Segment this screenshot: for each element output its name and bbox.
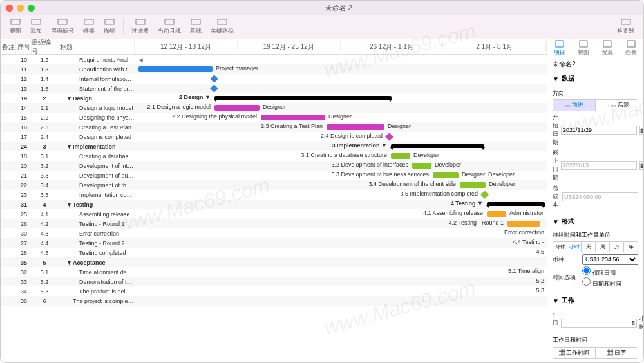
timeline-header: 12 12月 - 18 12月19 12月 - 25 12月26 12月 - 1… xyxy=(135,39,547,54)
gantt-cell[interactable]: 4.4 Testing - xyxy=(135,238,547,248)
task-row[interactable]: 121.4Internal formulation of the problem… xyxy=(1,74,547,84)
unit-2[interactable]: 天 xyxy=(582,242,596,252)
unit-1[interactable]: 小时 xyxy=(567,242,582,252)
seq-cell: 23 xyxy=(16,192,32,198)
task-row[interactable]: 274.4Testing - Round 24.4 Testing - xyxy=(1,238,547,248)
toolbar-unlink[interactable]: 撤销 xyxy=(100,17,119,37)
unit-5[interactable]: 年 xyxy=(624,242,638,252)
inspector-tab-tasks[interactable]: 任务 xyxy=(620,39,643,57)
date-only-radio[interactable] xyxy=(582,266,591,275)
task-row[interactable]: 192▼Design2 Design ▼ xyxy=(1,93,547,103)
task-row[interactable]: 183.1Creating a database structure3.1 Cr… xyxy=(1,151,547,161)
gantt-cell[interactable]: 4.1 Assembling releaseAdministrator xyxy=(135,209,547,219)
maximize-icon[interactable] xyxy=(28,5,35,12)
unit-4[interactable]: 月 xyxy=(610,242,624,252)
unit-0[interactable]: 分钟 xyxy=(553,242,567,252)
gantt-cell[interactable] xyxy=(135,296,547,306)
gantt-cell[interactable]: 2.3 Creating a Test PlanDesigner xyxy=(135,122,547,132)
gantt-cell[interactable]: 4.5 xyxy=(135,248,547,257)
task-row[interactable]: 366The project is completed xyxy=(1,296,547,306)
toolbar-warnings[interactable]: 当前月线 xyxy=(154,17,185,37)
direction-toggle[interactable]: ▭前进 →▭后退 xyxy=(553,99,638,111)
col-level[interactable]: 层级编号 xyxy=(32,39,57,54)
gantt-cell[interactable] xyxy=(135,257,547,267)
col-title[interactable]: 标题 xyxy=(57,39,135,54)
task-row[interactable]: 142.1Design a logic model2.1 Design a lo… xyxy=(1,103,547,113)
gantt-cell[interactable] xyxy=(135,74,547,84)
task-row[interactable]: 213.3Development of business services3.3… xyxy=(1,171,547,180)
workday-toggle[interactable]: ▦ 工作时间 ▦ 日历 xyxy=(553,347,638,359)
col-memo[interactable]: 备注 xyxy=(1,39,16,54)
section-data[interactable]: ▼ 数据 xyxy=(547,71,643,86)
task-row[interactable]: 304.3Error correctionError correction xyxy=(1,228,547,238)
gantt-cell[interactable]: 5.1 Time align xyxy=(135,267,547,277)
toolbar-view[interactable]: 视图 xyxy=(6,17,25,37)
calendar-icon[interactable]: ▦ xyxy=(639,161,643,170)
gantt-cell[interactable]: 4 Testing ▼ xyxy=(135,200,547,209)
calendar-icon[interactable]: ▦ xyxy=(639,126,643,135)
task-row[interactable]: 335.2Demonstration of the customer5.2 xyxy=(1,277,547,286)
minimize-icon[interactable] xyxy=(17,5,24,12)
gantt-cell[interactable]: 3.2 Development of interfacesDeveloper xyxy=(135,161,547,171)
task-row[interactable]: 223.4Development of the client side3.4 D… xyxy=(1,180,547,190)
level-cell: 3.3 xyxy=(32,172,57,179)
start-date-input[interactable] xyxy=(561,126,637,135)
toolbar-baseline[interactable]: 基线 xyxy=(186,17,205,37)
inspector-tab-project[interactable]: 项目 xyxy=(547,39,571,57)
task-row[interactable]: 355▼Acceptance xyxy=(1,257,547,267)
toolbar-add[interactable]: 添加 xyxy=(26,17,46,37)
inspector-tab-resources[interactable]: 资源 xyxy=(596,39,620,57)
task-row[interactable]: 101.2Requirements Analysis◀— xyxy=(1,55,547,64)
task-row[interactable]: 264.2Testing - Round 14.2 Testing - Roun… xyxy=(1,219,547,228)
gantt-cell[interactable]: 5.3 xyxy=(135,286,547,296)
gantt-cell[interactable] xyxy=(135,84,547,93)
task-row[interactable]: 152.2Designing the physical model2.2 Des… xyxy=(1,113,547,122)
task-row[interactable]: 172.4Design is completed2.4 Design is co… xyxy=(1,132,547,142)
gantt-cell[interactable]: 3.1 Creating a database structureDevelop… xyxy=(135,151,547,161)
level-cell: 5.1 xyxy=(32,269,57,275)
seq-cell: 13 xyxy=(16,86,32,92)
task-row[interactable]: 254.1Assembling release4.1 Assembling re… xyxy=(1,209,547,219)
toolbar-critical[interactable]: 关键路径 xyxy=(207,17,238,37)
title-cell: The product is delivered to the custom xyxy=(57,288,135,295)
gantt-cell[interactable]: 4.2 Testing - Round 1 xyxy=(135,219,547,228)
toolbar-hierarchy[interactable]: 层级编号 xyxy=(47,17,78,37)
task-row[interactable]: 203.2Development of interfaces3.2 Develo… xyxy=(1,161,547,171)
gantt-cell[interactable]: 3 Implementation ▼ xyxy=(135,142,547,151)
task-row[interactable]: 243▼Implementation3 Implementation ▼ xyxy=(1,142,547,151)
toolbar-filter[interactable]: 过滤器 xyxy=(128,17,153,37)
inspector-tab-view[interactable]: 视图 xyxy=(571,39,595,57)
gantt-cell[interactable]: 5.2 xyxy=(135,277,547,286)
gantt-cell[interactable]: ◀— xyxy=(135,55,547,64)
title-cell: Creating a database structure xyxy=(57,153,135,160)
currency-select[interactable]: US$1 234.56 xyxy=(582,254,638,265)
task-row[interactable]: 325.1Time alignment demonstration5.1 Tim… xyxy=(1,267,547,277)
gantt-cell[interactable]: 2 Design ▼ xyxy=(135,93,547,103)
col-seq[interactable]: 序号 xyxy=(16,39,32,54)
task-row[interactable]: 233.5Implementation completed3.5 Impleme… xyxy=(1,190,547,200)
end-date-input[interactable] xyxy=(561,161,637,170)
task-row[interactable]: 345.3The product is delivered to the cus… xyxy=(1,286,547,296)
task-row[interactable]: 284.5Testing completed4.5 xyxy=(1,248,547,257)
section-work[interactable]: ▼ 工作 xyxy=(547,293,643,308)
task-row[interactable]: 111.3Coordination with the customerProje… xyxy=(1,64,547,74)
task-row[interactable]: 314▼Testing4 Testing ▼ xyxy=(1,200,547,209)
day-hours-input[interactable] xyxy=(561,319,637,328)
gantt-cell[interactable]: 2.1 Design a logic modelDesigner xyxy=(135,103,547,113)
unit-selector[interactable]: 分钟小时天周月年 xyxy=(553,241,638,252)
task-row[interactable]: 131.5Statement of the problem is complet… xyxy=(1,84,547,93)
gantt-cell[interactable]: 2.2 Designing the physical modelDesigner xyxy=(135,113,547,122)
gantt-cell[interactable]: 3.5 Implementation completed xyxy=(135,190,547,200)
toolbar-link[interactable]: 链接 xyxy=(79,17,99,37)
task-row[interactable]: 162.3Creating a Test Plan2.3 Creating a … xyxy=(1,122,547,132)
section-format[interactable]: ▼ 格式 xyxy=(547,214,643,228)
toolbar-inspector[interactable]: 检查器 xyxy=(613,17,638,37)
date-time-radio[interactable] xyxy=(582,277,591,286)
close-icon[interactable] xyxy=(6,5,13,12)
unit-3[interactable]: 周 xyxy=(596,242,610,252)
gantt-cell[interactable]: Project manager xyxy=(135,64,547,74)
gantt-cell[interactable]: 3.3 Development of business servicesDesi… xyxy=(135,171,547,180)
gantt-cell[interactable]: 3.4 Development of the client sideDevelo… xyxy=(135,180,547,190)
gantt-cell[interactable]: 2.4 Design is completed xyxy=(135,132,547,142)
gantt-cell[interactable]: Error correction xyxy=(135,228,547,238)
